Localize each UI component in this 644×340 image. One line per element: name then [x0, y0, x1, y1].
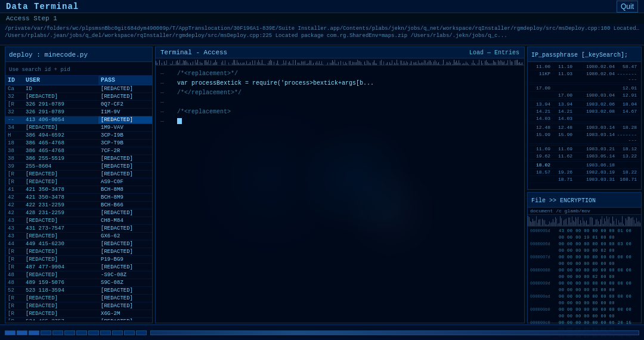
table-row[interactable]: [R[REDACTED][REDACTED]: [5, 171, 152, 178]
svg-rect-205: [400, 61, 401, 66]
ip-cell: 1983.03.14: [574, 125, 617, 130]
svg-rect-206: [401, 61, 402, 66]
table-row[interactable]: 48489 159-5076S9C-08Z: [5, 279, 152, 287]
cell-pass: 7CF-2R: [98, 147, 152, 154]
table-row[interactable]: 34[REDACTED]1M9-VAV: [5, 124, 152, 132]
ip-row: 19.6211.621983.05.1413.22: [529, 153, 640, 160]
cell-pass: 1M9-VAV: [98, 124, 152, 131]
cell-id: H: [5, 132, 23, 139]
svg-rect-203: [398, 63, 398, 66]
search-label: Use search id + pid: [9, 67, 70, 73]
svg-rect-501: [636, 218, 637, 227]
table-row[interactable]: [R487 477-9904[REDACTED]: [5, 264, 152, 271]
waveform-bar: [156, 58, 524, 66]
svg-rect-9: [166, 60, 167, 66]
ip-cell: [617, 162, 639, 168]
table-row[interactable]: 52523 118-3594[REDACTED]: [5, 287, 152, 295]
table-row[interactable]: 44449 415-6230[REDACTED]: [5, 240, 152, 248]
svg-rect-487: [620, 222, 620, 227]
ip-cell: 1983.05.14: [574, 153, 617, 159]
svg-rect-307: [522, 63, 522, 66]
svg-rect-63: [231, 65, 231, 66]
svg-rect-108: [284, 63, 285, 66]
table-row[interactable]: 42421 350-3478BCH-8M9: [5, 194, 152, 202]
ip-cell: 12.48: [530, 125, 552, 130]
table-row[interactable]: [R[REDACTED][REDACTED]: [5, 302, 152, 310]
svg-rect-282: [492, 63, 493, 66]
table-row[interactable]: 38386 465-47687CF-2R: [5, 147, 152, 155]
cell-pass: [REDACTED]: [98, 163, 152, 170]
table-row[interactable]: CaID[REDACTED]: [5, 85, 152, 93]
svg-rect-29: [190, 63, 191, 66]
ip-cell: 1983.03.31: [574, 177, 617, 182]
svg-rect-471: [600, 220, 601, 227]
code-area[interactable]: —/*<replacement>*/—var processBextick = …: [156, 66, 524, 130]
table-row[interactable]: 43[REDACTED]GX6-62: [5, 233, 152, 240]
table-row[interactable]: 38386 255-5519[REDACTED]: [5, 155, 152, 163]
code-dashes: —: [160, 107, 172, 117]
svg-rect-440: [564, 220, 564, 227]
cell-id: 43: [5, 233, 23, 240]
table-row[interactable]: 43[REDACTED]CH8-M84: [5, 217, 152, 225]
table-row[interactable]: 32[REDACTED][REDACTED]: [5, 93, 152, 101]
cell-user: [REDACTED]: [23, 233, 98, 240]
table-row[interactable]: [R[REDACTED][REDACTED]: [5, 248, 152, 256]
table-row[interactable]: [R[REDACTED]P19-BG9: [5, 256, 152, 264]
cell-user: 487 477-9904: [23, 264, 98, 271]
table-row[interactable]: [R[REDACTED][REDACTED]: [5, 295, 152, 302]
svg-rect-446: [571, 222, 571, 227]
svg-rect-414: [532, 219, 533, 227]
cell-pass: X6G-2M: [98, 310, 152, 317]
table-row[interactable]: 48[REDACTED]-S9C-08Z: [5, 271, 152, 279]
table-row[interactable]: 42428 231-2259[REDACTED]: [5, 209, 152, 217]
table-row[interactable]: [R534 465-2757[REDACTED]: [5, 318, 152, 320]
svg-rect-197: [391, 64, 391, 66]
hex-addr: 000000b0: [530, 307, 559, 320]
svg-rect-238: [439, 64, 440, 66]
table-row[interactable]: 18386 465-47683CP-T9B: [5, 140, 152, 147]
ip-cell: 18.04: [617, 101, 639, 107]
svg-rect-198: [392, 60, 392, 66]
svg-rect-95: [269, 61, 270, 66]
svg-rect-35: [197, 60, 198, 66]
svg-rect-145: [329, 65, 329, 66]
table-row[interactable]: [R[REDACTED]AS9-C0F: [5, 178, 152, 186]
table-row[interactable]: 43431 273-7547[REDACTED]: [5, 225, 152, 233]
cell-user: [REDACTED]: [23, 124, 98, 131]
table-row[interactable]: [R326 291-07890Q7-CF2: [5, 101, 152, 109]
cell-pass: 3CP-I9B: [98, 132, 152, 139]
svg-rect-163: [350, 61, 351, 66]
svg-rect-285: [496, 62, 496, 66]
table-row[interactable]: --413 406-0054[REDACTED]: [5, 116, 152, 124]
cell-user: 386 255-5519: [23, 155, 98, 162]
svg-rect-223: [422, 62, 422, 66]
svg-rect-415: [534, 221, 534, 227]
code-cursor: [177, 118, 182, 124]
cell-user: [REDACTED]: [23, 171, 98, 178]
quit-button[interactable]: Quit: [617, 1, 638, 13]
svg-rect-134: [315, 63, 316, 66]
svg-rect-424: [544, 220, 545, 227]
cell-pass: [REDACTED]: [98, 248, 152, 255]
table-row[interactable]: 41421 350-3478BCH-8M8: [5, 186, 152, 194]
table-row[interactable]: H386 494-65923CP-I9B: [5, 132, 152, 140]
svg-rect-438: [561, 218, 562, 227]
ip-cell: 1980.02.04: [574, 71, 617, 82]
table-row[interactable]: 39255-8604[REDACTED]: [5, 163, 152, 171]
svg-rect-79: [250, 62, 250, 66]
code-content: /*</replacement>*/: [177, 88, 242, 98]
svg-rect-290: [501, 61, 502, 66]
svg-rect-469: [598, 221, 599, 227]
svg-rect-30: [191, 64, 192, 66]
svg-rect-298: [511, 61, 512, 66]
table-row[interactable]: 32326 291-0789I1M-9V: [5, 109, 152, 116]
center-load-label: Load — Entries: [469, 50, 519, 56]
svg-rect-423: [543, 220, 544, 227]
table-row[interactable]: [R[REDACTED]X6G-2M: [5, 310, 152, 318]
svg-rect-457: [584, 221, 584, 227]
cell-pass: [REDACTED]: [98, 85, 152, 92]
cell-id: [R: [5, 302, 23, 310]
svg-rect-236: [437, 64, 438, 66]
svg-rect-467: [596, 220, 596, 227]
table-row[interactable]: 42422 231-2259BCH-B66: [5, 202, 152, 209]
